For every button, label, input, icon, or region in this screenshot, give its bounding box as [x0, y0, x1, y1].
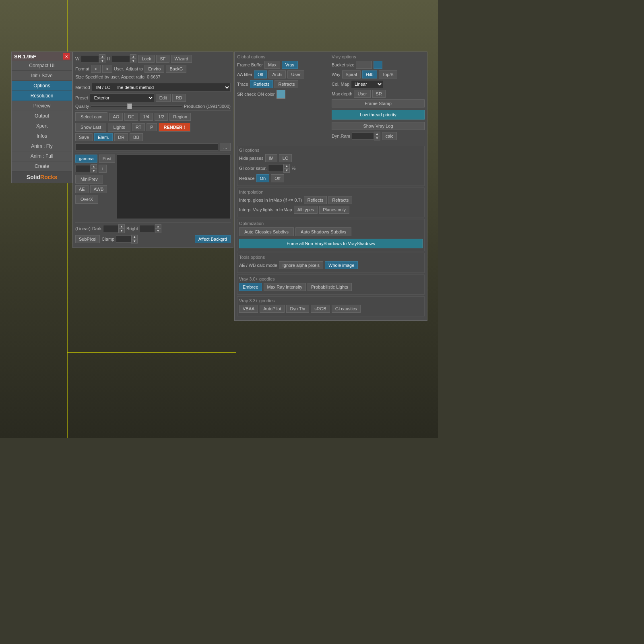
reflects2-button[interactable]: Reflects	[304, 196, 327, 204]
quality-slider[interactable]	[91, 105, 182, 107]
render-button[interactable]: RENDER !	[159, 123, 190, 132]
topb-button[interactable]: Top/B	[379, 70, 397, 78]
refracts2-button[interactable]: Refracts	[328, 196, 352, 204]
clamp-input[interactable]: 1,0	[116, 235, 131, 243]
width-spinner[interactable]: 1991 ▲ ▼	[81, 54, 105, 63]
auto-gloss-button[interactable]: Auto Glossies Subdivs	[239, 227, 294, 236]
sidebar-item-preview[interactable]: Preview	[12, 101, 72, 111]
show-last-button[interactable]: Show Last	[75, 123, 106, 132]
dr-button[interactable]: DR	[114, 133, 128, 141]
whole-image-button[interactable]: Whole image	[325, 261, 358, 269]
height-spinner[interactable]: 3000 ▲ ▼	[112, 54, 136, 63]
aa-off-button[interactable]: Off	[254, 70, 267, 78]
sr-check-color[interactable]	[277, 90, 285, 99]
format-lt-button[interactable]: <	[91, 65, 101, 73]
max-button[interactable]: Max	[264, 61, 280, 69]
frame-stamp-button[interactable]: Frame Stamp	[332, 99, 425, 107]
dark-up[interactable]: ▲	[118, 224, 125, 229]
clamp-spinner[interactable]: 1,0 ▲ ▼	[116, 235, 138, 244]
dyn-thr-button[interactable]: Dyn Thr	[286, 305, 309, 313]
srgb-button[interactable]: sRGB	[311, 305, 330, 313]
low-thread-button[interactable]: Low thread priority	[332, 110, 425, 120]
ignore-alpha-button[interactable]: Ignore alpha pixels	[279, 261, 323, 269]
gamma-down[interactable]: ▼	[91, 169, 97, 173]
rd-button[interactable]: RD	[172, 94, 186, 102]
wizard-button[interactable]: Wizard	[171, 55, 192, 63]
show-vray-log-button[interactable]: Show Vray Log	[332, 122, 425, 130]
sidebar-item-xpert[interactable]: Xpert	[12, 121, 72, 131]
path-input[interactable]	[75, 143, 218, 151]
dyn-ram-spinner[interactable]: 22600 ▲ ▼	[352, 132, 380, 140]
edit-button[interactable]: Edit	[156, 94, 171, 102]
gamma-tab[interactable]: gamma	[75, 155, 97, 163]
reflects-button[interactable]: Reflects	[250, 80, 273, 88]
sidebar-item-infos[interactable]: Infos	[12, 131, 72, 141]
enviro-button[interactable]: Enviro	[144, 65, 164, 73]
dark-down[interactable]: ▼	[118, 229, 125, 233]
p-button[interactable]: P	[147, 123, 157, 131]
bb-button[interactable]: BB	[130, 133, 143, 141]
dyn-ram-down[interactable]: ▼	[374, 136, 380, 140]
bright-down[interactable]: ▼	[155, 229, 161, 233]
lights-button[interactable]: Lights	[108, 123, 130, 132]
format-gt-button[interactable]: >	[102, 65, 112, 73]
bright-input[interactable]: 1,0	[140, 225, 155, 232]
dark-input[interactable]: 1,0	[103, 225, 118, 232]
post-tab[interactable]: Post	[99, 155, 115, 163]
sf-button[interactable]: SF	[156, 55, 169, 63]
col-map-select[interactable]: Linear	[351, 80, 383, 88]
planes-only-button[interactable]: Planes only	[319, 206, 349, 214]
preset-select[interactable]: Exterior	[90, 93, 154, 102]
im-button[interactable]: IM	[265, 154, 277, 162]
quarter-button[interactable]: 1/4	[140, 113, 153, 121]
calc-button[interactable]: calc	[382, 132, 397, 140]
clamp-up[interactable]: ▲	[131, 235, 138, 239]
method-select[interactable]: IM / LC -- The default method	[92, 83, 231, 92]
lock-button[interactable]: Lock	[138, 55, 155, 63]
prob-lights-button[interactable]: Probabilistic Lights	[308, 283, 352, 291]
subpixel-button[interactable]: SubPixel	[75, 235, 100, 243]
gamma-input[interactable]: 2,2	[75, 165, 91, 172]
awb-button[interactable]: AWB	[90, 185, 107, 193]
sidebar-close-button[interactable]: ✕	[63, 53, 70, 60]
user-aa-button[interactable]: User	[287, 70, 304, 78]
sidebar-item-init-save[interactable]: Init / Save	[12, 71, 72, 81]
vray-fb-button[interactable]: Vray	[282, 61, 298, 69]
height-down[interactable]: ▼	[130, 59, 136, 63]
hilb-button[interactable]: Hilb	[362, 70, 377, 78]
de-button[interactable]: DE	[124, 113, 138, 121]
height-input[interactable]: 3000	[112, 55, 130, 62]
gi-color-up[interactable]: ▲	[283, 164, 290, 168]
archi-button[interactable]: Archi	[268, 70, 286, 78]
gi-color-spinner[interactable]: 100 ▲ ▼	[268, 164, 290, 173]
ae-button[interactable]: AE	[75, 185, 89, 193]
embree-button[interactable]: Embree	[239, 283, 262, 291]
gamma-up[interactable]: ▲	[91, 164, 97, 169]
ao-button[interactable]: AO	[109, 113, 123, 121]
width-up[interactable]: ▲	[99, 54, 105, 59]
gamma-spinner[interactable]: 2,2 ▲ ▼	[75, 164, 97, 173]
bright-up[interactable]: ▲	[155, 224, 161, 229]
save-button[interactable]: Save	[75, 133, 93, 141]
force-non-vray-button[interactable]: Force all Non-VrayShadows to VrayShadows	[239, 239, 423, 248]
clamp-down[interactable]: ▼	[131, 239, 138, 244]
height-up[interactable]: ▲	[130, 54, 136, 59]
dyn-ram-up[interactable]: ▲	[374, 132, 380, 136]
dark-spinner[interactable]: 1,0 ▲ ▼	[103, 224, 125, 233]
sidebar-item-anim-fly[interactable]: Anim : Fly	[12, 141, 72, 151]
sidebar-item-compact-ui[interactable]: Compact UI	[12, 61, 72, 71]
all-types-button[interactable]: All types	[294, 206, 318, 214]
backg-button[interactable]: BackG	[166, 65, 186, 73]
dyn-ram-input[interactable]: 22600	[352, 132, 374, 140]
width-input[interactable]: 1991	[81, 55, 99, 62]
sidebar-item-output[interactable]: Output	[12, 111, 72, 121]
i-button[interactable]: i	[99, 165, 107, 173]
gi-color-down[interactable]: ▼	[283, 168, 290, 173]
sidebar-item-create[interactable]: Create	[12, 161, 72, 171]
sidebar-item-anim-full[interactable]: Anim : Full	[12, 151, 72, 161]
region-button[interactable]: Region	[169, 113, 191, 121]
miniprev-button[interactable]: MiniPrev	[75, 175, 103, 184]
overx-button[interactable]: OverX	[75, 195, 98, 204]
retrace-off-button[interactable]: Off	[271, 174, 284, 182]
refracts-button[interactable]: Refracts	[275, 80, 298, 88]
